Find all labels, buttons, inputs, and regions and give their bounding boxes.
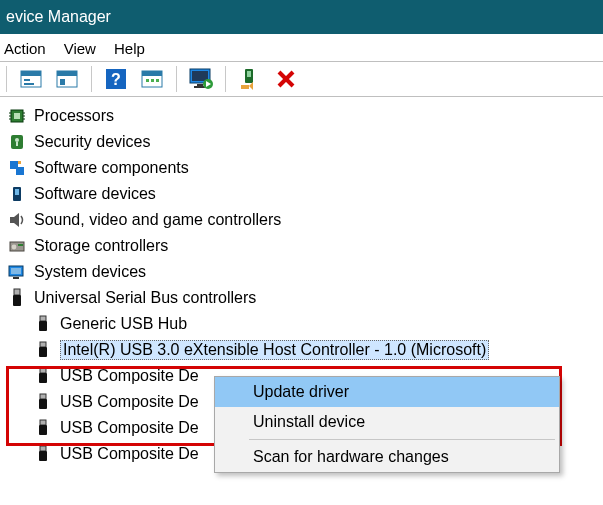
usb-plug-icon xyxy=(32,341,54,359)
tool-monitor-icon xyxy=(189,68,213,90)
svg-rect-16 xyxy=(197,84,203,86)
svg-text:?: ? xyxy=(111,71,121,88)
device-label: USB Composite De xyxy=(60,419,199,437)
category-storage-controllers[interactable]: Storage controllers xyxy=(6,233,603,259)
svg-rect-5 xyxy=(57,71,77,76)
category-usb-controllers[interactable]: Universal Serial Bus controllers xyxy=(6,285,603,311)
software-comp-icon xyxy=(6,159,28,177)
toolbar-separator xyxy=(6,66,7,92)
svg-rect-56 xyxy=(39,373,47,383)
tool-pane-icon xyxy=(56,69,78,89)
device-label: USB Composite De xyxy=(60,445,199,463)
svg-rect-21 xyxy=(247,71,251,77)
tool-pane-button[interactable] xyxy=(53,66,81,92)
svg-rect-27 xyxy=(14,113,20,119)
svg-rect-61 xyxy=(40,446,46,451)
device-label: Generic USB Hub xyxy=(60,315,187,333)
toolbar-separator xyxy=(176,66,177,92)
category-label: Storage controllers xyxy=(34,237,168,255)
window-title: evice Manager xyxy=(6,8,111,26)
svg-rect-41 xyxy=(15,189,19,195)
category-processors[interactable]: Processors xyxy=(6,103,603,129)
svg-rect-54 xyxy=(39,347,47,357)
svg-marker-42 xyxy=(10,213,19,227)
usb-icon xyxy=(6,288,28,308)
menu-view[interactable]: View xyxy=(64,40,96,57)
svg-rect-36 xyxy=(16,142,18,146)
category-system-devices[interactable]: System devices xyxy=(6,259,603,285)
svg-rect-15 xyxy=(192,71,208,81)
usb-plug-icon xyxy=(32,419,54,437)
context-menu: Update driver Uninstall device Scan for … xyxy=(214,376,560,473)
context-scan-hardware[interactable]: Scan for hardware changes xyxy=(215,442,559,472)
svg-rect-53 xyxy=(40,342,46,347)
system-icon xyxy=(6,263,28,281)
tool-scan-button[interactable] xyxy=(236,66,264,92)
category-security-devices[interactable]: Security devices xyxy=(6,129,603,155)
toolbar: ? xyxy=(0,62,603,97)
context-update-driver[interactable]: Update driver xyxy=(215,377,559,407)
svg-rect-45 xyxy=(18,244,23,246)
svg-rect-1 xyxy=(21,71,41,76)
tool-monitor-button[interactable] xyxy=(187,66,215,92)
tool-delete-icon xyxy=(276,69,296,89)
category-label: Sound, video and game controllers xyxy=(34,211,281,229)
category-software-devices[interactable]: Software devices xyxy=(6,181,603,207)
category-label: System devices xyxy=(34,263,146,281)
svg-marker-22 xyxy=(249,82,253,90)
tool-properties-button[interactable] xyxy=(17,66,45,92)
menu-help[interactable]: Help xyxy=(114,40,145,57)
svg-rect-59 xyxy=(40,420,46,425)
svg-rect-62 xyxy=(39,451,47,461)
toolbar-separator xyxy=(91,66,92,92)
svg-rect-48 xyxy=(13,277,19,279)
usb-plug-icon xyxy=(32,445,54,463)
category-software-components[interactable]: Software components xyxy=(6,155,603,181)
svg-rect-57 xyxy=(40,394,46,399)
menubar: Action View Help xyxy=(0,34,603,62)
device-label: USB Composite De xyxy=(60,393,199,411)
context-uninstall-device[interactable]: Uninstall device xyxy=(215,407,559,437)
storage-icon xyxy=(6,237,28,255)
svg-rect-11 xyxy=(146,79,149,82)
svg-rect-58 xyxy=(39,399,47,409)
svg-rect-52 xyxy=(39,321,47,331)
svg-rect-10 xyxy=(142,71,162,76)
svg-rect-51 xyxy=(40,316,46,321)
svg-point-35 xyxy=(15,138,19,142)
svg-rect-2 xyxy=(24,79,30,81)
svg-rect-50 xyxy=(13,295,21,306)
security-icon xyxy=(6,133,28,151)
tool-grid-button[interactable] xyxy=(138,66,166,92)
category-label: Security devices xyxy=(34,133,151,151)
svg-rect-60 xyxy=(39,425,47,435)
sound-icon xyxy=(6,211,28,229)
device-intel-usb3-controller[interactable]: Intel(R) USB 3.0 eXtensible Host Control… xyxy=(32,337,603,363)
menu-action[interactable]: Action xyxy=(4,40,46,57)
device-generic-usb-hub[interactable]: Generic USB Hub xyxy=(32,311,603,337)
tool-help-button[interactable]: ? xyxy=(102,66,130,92)
tool-grid-icon xyxy=(141,69,163,89)
category-label: Software components xyxy=(34,159,189,177)
tool-delete-button[interactable] xyxy=(272,66,300,92)
svg-rect-49 xyxy=(14,289,20,295)
svg-rect-12 xyxy=(151,79,154,82)
category-label: Software devices xyxy=(34,185,156,203)
category-label: Processors xyxy=(34,107,114,125)
titlebar: evice Manager xyxy=(0,0,603,34)
toolbar-separator xyxy=(225,66,226,92)
device-label: Intel(R) USB 3.0 eXtensible Host Control… xyxy=(60,340,489,360)
svg-rect-47 xyxy=(11,268,21,274)
device-label: USB Composite De xyxy=(60,367,199,385)
context-separator xyxy=(249,439,555,440)
category-label: Universal Serial Bus controllers xyxy=(34,289,256,307)
software-dev-icon xyxy=(6,185,28,203)
context-item-label: Uninstall device xyxy=(253,413,365,431)
category-sound-controllers[interactable]: Sound, video and game controllers xyxy=(6,207,603,233)
svg-rect-55 xyxy=(40,368,46,373)
context-item-label: Scan for hardware changes xyxy=(253,448,449,466)
svg-point-44 xyxy=(12,245,17,250)
svg-rect-39 xyxy=(18,161,21,164)
svg-rect-6 xyxy=(60,79,65,85)
tool-properties-icon xyxy=(20,69,42,89)
